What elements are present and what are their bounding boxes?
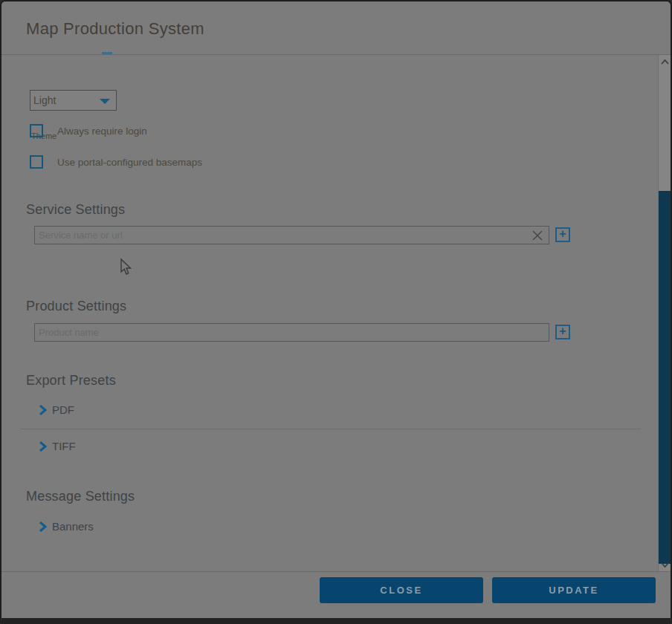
- add-service-button[interactable]: +: [555, 227, 570, 242]
- close-button[interactable]: CLOSE: [320, 577, 483, 603]
- chevron-right-icon: [39, 441, 47, 452]
- mouse-cursor-icon: [117, 257, 134, 276]
- export-preset-tiff-expander[interactable]: TIFF: [39, 440, 76, 452]
- always-require-login-row: Always require login: [30, 124, 147, 137]
- clear-service-input-icon x-icon[interactable]: [531, 229, 544, 242]
- preset-divider: [20, 429, 641, 429]
- theme-selected-value: Light: [33, 94, 56, 106]
- plus-icon: +: [559, 228, 566, 240]
- portal-basemaps-row: Use portal-configured basemaps: [30, 155, 202, 169]
- dialog-title: Map Production System: [26, 19, 204, 39]
- plus-icon: +: [559, 325, 566, 337]
- scroll-down-arrow-icon[interactable]: [659, 558, 671, 571]
- export-preset-tiff-label: TIFF: [52, 440, 76, 452]
- message-settings-heading: Message Settings: [26, 489, 135, 504]
- dialog-footer: CLOSE UPDATE: [1, 571, 671, 618]
- service-settings-heading: Service Settings: [26, 202, 125, 218]
- product-settings-heading: Product Settings: [26, 299, 126, 314]
- always-require-login-label: Always require login: [57, 126, 147, 137]
- vertical-scrollbar[interactable]: [658, 55, 671, 571]
- caret-down-icon: [100, 99, 110, 104]
- export-presets-heading: Export Presets: [26, 373, 116, 389]
- scroll-up-arrow-icon[interactable]: [659, 55, 671, 68]
- scrollbar-thumb[interactable]: [659, 191, 671, 564]
- update-button[interactable]: UPDATE: [492, 577, 656, 603]
- chevron-right-icon: [39, 405, 47, 415]
- export-preset-pdf-label: PDF: [52, 403, 74, 416]
- product-name-input[interactable]: [34, 323, 549, 342]
- map-production-system-dialog: Map Production System Theme Light Always…: [0, 0, 672, 624]
- portal-basemaps-label: Use portal-configured basemaps: [57, 157, 202, 168]
- theme-select[interactable]: Light: [30, 90, 117, 111]
- portal-basemaps-checkbox[interactable]: [30, 155, 43, 169]
- banners-label: Banners: [52, 520, 94, 533]
- banners-expander[interactable]: Banners: [39, 520, 94, 533]
- always-require-login-checkbox[interactable]: [30, 124, 43, 137]
- dialog-header: Map Production System: [1, 1, 671, 55]
- export-preset-pdf-expander[interactable]: PDF: [39, 403, 74, 416]
- settings-scroll-area: Theme Light Always require login Use por…: [1, 55, 671, 571]
- chevron-right-icon: [39, 521, 47, 532]
- add-product-button[interactable]: +: [555, 325, 570, 339]
- service-name-input[interactable]: [34, 226, 549, 244]
